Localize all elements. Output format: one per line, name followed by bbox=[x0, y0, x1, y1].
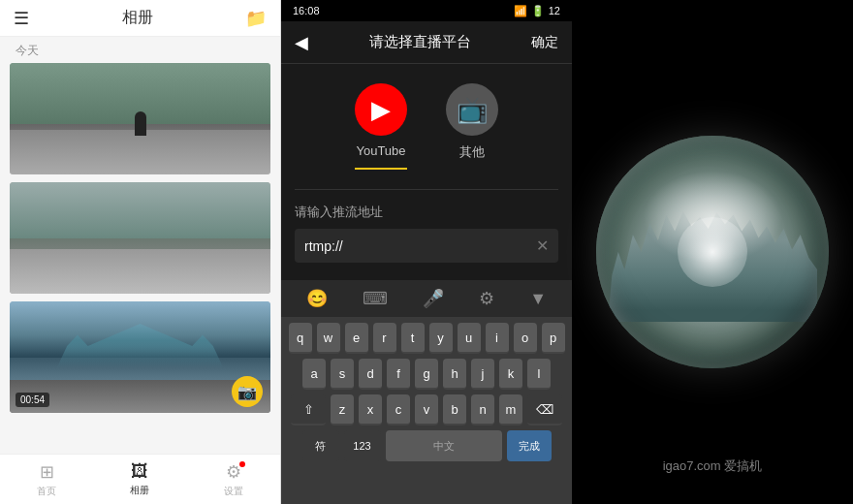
key-row-2: a s d f g h j k l bbox=[285, 359, 568, 390]
camera-button[interactable]: 📷 bbox=[232, 376, 263, 407]
confirm-button[interactable]: 确定 bbox=[531, 34, 558, 51]
key-f[interactable]: f bbox=[387, 359, 410, 390]
key-x[interactable]: x bbox=[359, 394, 382, 425]
key-z[interactable]: z bbox=[331, 394, 354, 425]
gallery-item[interactable] bbox=[10, 182, 270, 294]
left-title: 相册 bbox=[122, 8, 153, 28]
video-duration-badge: 00:54 bbox=[16, 393, 49, 407]
num-key[interactable]: 123 bbox=[344, 430, 381, 461]
middle-status-icons: 📶 🔋 12 bbox=[514, 5, 560, 17]
key-row-1: q w e r t y u i o p bbox=[285, 323, 568, 354]
key-v[interactable]: v bbox=[415, 394, 438, 425]
key-t[interactable]: t bbox=[401, 323, 425, 354]
panorama-preview bbox=[10, 63, 270, 174]
key-row-3: ⇧ z x c v b n m ⌫ bbox=[285, 394, 568, 425]
input-label: 请输入推流地址 bbox=[295, 204, 558, 221]
key-q[interactable]: q bbox=[289, 323, 312, 354]
nav-label-home: 首页 bbox=[37, 485, 56, 498]
key-y[interactable]: y bbox=[429, 323, 453, 354]
platform-youtube[interactable]: ▶ YouTube bbox=[355, 83, 407, 170]
nav-item-settings[interactable]: ⚙ 设置 bbox=[187, 455, 280, 504]
platform-other[interactable]: 📺 其他 bbox=[446, 83, 498, 170]
key-e[interactable]: e bbox=[345, 323, 368, 354]
key-k[interactable]: k bbox=[499, 359, 522, 390]
bottom-nav: ⊞ 首页 🖼 相册 ⚙ 设置 bbox=[0, 454, 280, 504]
settings-key-icon[interactable]: ⚙ bbox=[479, 288, 494, 309]
clear-icon[interactable]: ✕ bbox=[536, 236, 549, 255]
other-label: 其他 bbox=[459, 143, 485, 161]
left-panel: ☰ 相册 📁 今天 bbox=[0, 0, 281, 504]
input-section: 请输入推流地址 ✕ bbox=[281, 190, 572, 270]
key-u[interactable]: u bbox=[458, 323, 481, 354]
done-key[interactable]: 完成 bbox=[507, 430, 552, 461]
shift-key[interactable]: ⇧ bbox=[291, 394, 326, 425]
middle-status-bar: 16:08 📶 🔋 12 bbox=[281, 0, 572, 21]
key-l[interactable]: l bbox=[527, 359, 551, 390]
key-b[interactable]: b bbox=[443, 394, 466, 425]
key-h[interactable]: h bbox=[443, 359, 466, 390]
left-header: ☰ 相册 📁 bbox=[0, 0, 280, 37]
home-icon: ⊞ bbox=[40, 461, 54, 483]
symbol-key[interactable]: 符 bbox=[302, 430, 339, 461]
mic-icon[interactable]: 🎤 bbox=[423, 288, 444, 309]
gallery-list: 00:54 📷 bbox=[0, 63, 280, 454]
rtmp-input[interactable] bbox=[304, 238, 536, 254]
key-d[interactable]: d bbox=[359, 359, 382, 390]
input-row: ✕ bbox=[295, 229, 558, 263]
youtube-label: YouTube bbox=[356, 143, 405, 158]
folder-icon[interactable]: 📁 bbox=[245, 8, 267, 29]
key-p[interactable]: p bbox=[542, 323, 565, 354]
platform-selector: ▶ YouTube 📺 其他 bbox=[281, 64, 572, 189]
other-platform-icon: 📺 bbox=[446, 83, 498, 136]
gallery-item[interactable] bbox=[10, 63, 270, 174]
key-c[interactable]: c bbox=[387, 394, 410, 425]
album-icon: 🖼 bbox=[131, 461, 148, 482]
battery-level: 12 bbox=[549, 5, 560, 16]
key-o[interactable]: o bbox=[514, 323, 537, 354]
keyboard-icon[interactable]: ⌨ bbox=[363, 288, 388, 309]
nav-label-settings: 设置 bbox=[224, 485, 243, 498]
key-n[interactable]: n bbox=[471, 394, 494, 425]
watermark: igao7.com 爱搞机 bbox=[663, 457, 763, 475]
key-a[interactable]: a bbox=[302, 359, 326, 390]
backspace-key[interactable]: ⌫ bbox=[527, 394, 562, 425]
key-j[interactable]: j bbox=[471, 359, 494, 390]
nav-label-album: 相册 bbox=[130, 484, 149, 497]
key-g[interactable]: g bbox=[415, 359, 438, 390]
youtube-icon: ▶ bbox=[355, 83, 407, 136]
youtube-underline bbox=[355, 168, 407, 170]
key-r[interactable]: r bbox=[373, 323, 396, 354]
panorama-preview bbox=[10, 182, 270, 294]
key-i[interactable]: i bbox=[486, 323, 509, 354]
middle-header: ◀ 请选择直播平台 确定 bbox=[281, 21, 572, 64]
middle-panel: 16:08 📶 🔋 12 ◀ 请选择直播平台 确定 ▶ YouTube 📺 其他… bbox=[281, 0, 572, 504]
emoji-icon[interactable]: 😊 bbox=[306, 288, 328, 309]
gallery-item[interactable]: 00:54 📷 bbox=[10, 301, 270, 413]
nav-item-album[interactable]: 🖼 相册 bbox=[93, 455, 186, 504]
middle-title: 请选择直播平台 bbox=[308, 33, 531, 51]
space-key[interactable]: 中文 bbox=[386, 430, 502, 461]
nav-item-home[interactable]: ⊞ 首页 bbox=[0, 455, 93, 504]
key-row-bottom: 符 123 中文 完成 bbox=[285, 430, 568, 461]
sphere-edge bbox=[596, 136, 829, 368]
keyboard-toolbar: 😊 ⌨ 🎤 ⚙ ▼ bbox=[281, 280, 572, 317]
middle-time: 16:08 bbox=[293, 5, 320, 16]
key-s[interactable]: s bbox=[331, 359, 354, 390]
section-today: 今天 bbox=[14, 38, 41, 61]
battery-icon: 🔋 bbox=[531, 5, 545, 17]
chevron-down-icon[interactable]: ▼ bbox=[529, 289, 547, 309]
sphere-view bbox=[596, 136, 829, 368]
settings-icon: ⚙ bbox=[226, 461, 241, 483]
key-m[interactable]: m bbox=[499, 394, 522, 425]
key-w[interactable]: w bbox=[317, 323, 340, 354]
right-panel: igao7.com 爱搞机 bbox=[572, 0, 853, 504]
menu-icon[interactable]: ☰ bbox=[14, 8, 29, 29]
sphere-outer bbox=[596, 136, 829, 368]
wifi-icon: 📶 bbox=[514, 5, 527, 17]
keyboard-area: q w e r t y u i o p a s d f g h j k l ⇧ … bbox=[281, 317, 572, 504]
back-button[interactable]: ◀ bbox=[295, 32, 308, 53]
